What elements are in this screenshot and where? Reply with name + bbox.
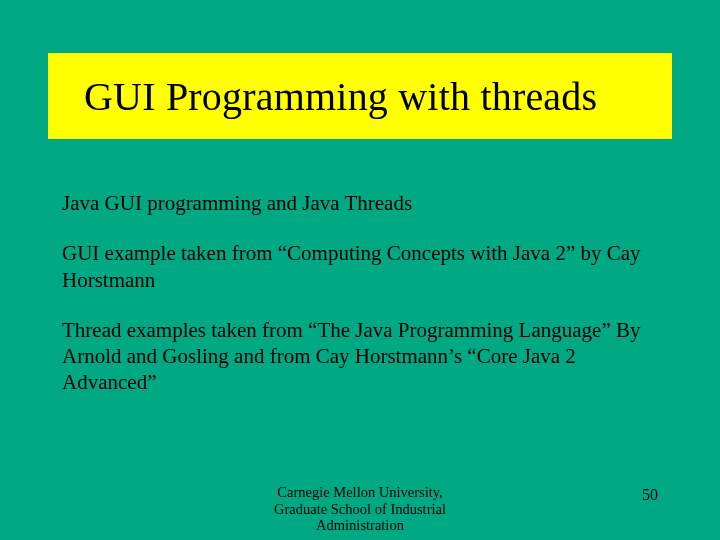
slide-body: Java GUI programming and Java Threads GU… [62,190,662,420]
paragraph-2: GUI example taken from “Computing Concep… [62,240,662,293]
footer-line-3: Administration [0,517,720,534]
slide-title-box: GUI Programming with threads [48,53,672,139]
page-number: 50 [642,486,658,504]
footer-affiliation: Carnegie Mellon University, Graduate Sch… [0,484,720,534]
footer-line-1: Carnegie Mellon University, [0,484,720,501]
slide-title: GUI Programming with threads [84,73,597,120]
paragraph-3: Thread examples taken from “The Java Pro… [62,317,662,396]
footer-line-2: Graduate School of Industrial [0,501,720,518]
paragraph-1: Java GUI programming and Java Threads [62,190,662,216]
